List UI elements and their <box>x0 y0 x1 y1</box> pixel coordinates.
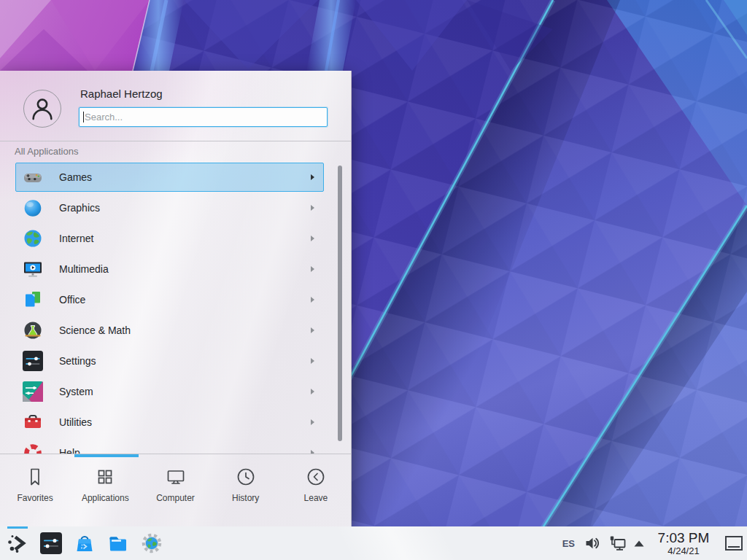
globe-icon <box>23 228 43 249</box>
user-icon <box>26 93 58 125</box>
tab-label: Favorites <box>17 493 53 503</box>
kickoff-icon <box>7 532 28 554</box>
volume-icon <box>584 535 600 551</box>
leave-circle-icon <box>305 466 327 488</box>
clock-icon <box>235 466 257 488</box>
tab-label: Applications <box>82 493 129 503</box>
blue-sphere-icon <box>23 198 43 218</box>
category-settings[interactable]: Settings <box>15 346 324 376</box>
desktop: Raphael Hertzog All Applications Games <box>0 0 747 560</box>
tab-label: History <box>232 493 259 503</box>
user-avatar[interactable] <box>23 90 61 128</box>
menu-tab-bar: Favorites Applications Computer <box>0 458 351 526</box>
category-label: Science & Math <box>59 324 311 336</box>
grid-icon <box>94 466 116 488</box>
volume-button[interactable] <box>584 535 600 551</box>
user-name: Raphael Hertzog <box>80 88 163 100</box>
category-science-math[interactable]: Science & Math <box>15 316 324 345</box>
toolbox-icon <box>23 412 43 432</box>
search-input[interactable] <box>80 108 327 126</box>
scrollbar[interactable] <box>338 166 342 441</box>
header-separator <box>0 141 351 141</box>
web-browser-button[interactable] <box>140 526 163 560</box>
computer-icon <box>165 466 187 488</box>
submenu-arrow-icon <box>311 389 314 394</box>
clock-time: 7:03 PM <box>658 531 710 545</box>
submenu-arrow-icon <box>311 205 314 211</box>
submenu-arrow-icon <box>311 419 314 425</box>
submenu-arrow-icon <box>311 174 314 180</box>
show-desktop-button[interactable] <box>725 536 743 551</box>
life-ring-icon <box>23 443 43 454</box>
network-icon <box>608 534 627 553</box>
category-graphics[interactable]: Graphics <box>15 193 324 222</box>
network-button[interactable] <box>608 534 627 553</box>
tab-favorites[interactable]: Favorites <box>0 458 70 526</box>
application-launcher-menu: Raphael Hertzog All Applications Games <box>0 71 352 526</box>
tab-computer[interactable]: Computer <box>140 458 210 526</box>
submenu-arrow-icon <box>311 236 314 241</box>
application-category-list: Games Graphics <box>15 163 324 454</box>
tab-history[interactable]: History <box>211 458 281 526</box>
tab-applications[interactable]: Applications <box>70 458 140 526</box>
category-games[interactable]: Games <box>15 163 324 192</box>
section-label: All Applications <box>15 146 78 157</box>
category-internet[interactable]: Internet <box>15 224 324 253</box>
category-system[interactable]: System <box>15 377 324 406</box>
category-multimedia[interactable]: Multimedia <box>15 254 324 284</box>
category-label: Help <box>59 447 311 454</box>
system-settings-button[interactable] <box>39 526 63 560</box>
category-label: System <box>59 386 311 397</box>
expand-tray-caret-icon <box>633 540 645 548</box>
search-box[interactable] <box>79 107 328 127</box>
taskbar: ES 7:03 <box>0 526 747 560</box>
category-label: Games <box>59 171 311 183</box>
folder-icon <box>107 532 129 554</box>
expand-tray-button[interactable] <box>633 540 645 548</box>
discover-bag-icon <box>74 532 96 554</box>
category-label: Graphics <box>59 202 311 214</box>
gamepad-icon <box>23 167 43 187</box>
sliders-color-icon <box>23 381 43 402</box>
bookmark-icon <box>24 466 46 488</box>
category-office[interactable]: Office <box>15 285 324 314</box>
file-manager-button[interactable] <box>107 526 130 560</box>
tab-label: Leave <box>304 493 328 503</box>
submenu-arrow-icon <box>311 297 314 303</box>
active-task-indicator <box>7 526 28 529</box>
documents-icon <box>23 289 43 310</box>
submenu-arrow-icon <box>311 327 314 333</box>
system-tray: ES 7:03 <box>562 531 743 556</box>
sliders-dark-icon <box>23 351 43 371</box>
submenu-arrow-icon <box>311 358 314 364</box>
globe-gear-icon <box>141 532 163 554</box>
category-help[interactable]: Help <box>15 438 324 454</box>
footer-separator <box>0 454 351 454</box>
category-label: Multimedia <box>59 263 311 275</box>
category-utilities[interactable]: Utilities <box>15 408 324 437</box>
category-label: Utilities <box>59 416 311 428</box>
system-settings-icon <box>40 532 62 554</box>
tab-leave[interactable]: Leave <box>281 458 351 526</box>
digital-clock[interactable]: 7:03 PM 4/24/21 <box>654 531 713 556</box>
keyboard-layout-indicator[interactable]: ES <box>562 538 575 549</box>
submenu-arrow-icon <box>311 266 314 272</box>
monitor-play-icon <box>23 259 43 279</box>
text-cursor <box>83 112 84 122</box>
category-label: Internet <box>59 233 311 244</box>
flask-icon <box>23 320 43 341</box>
application-launcher-button[interactable] <box>6 526 29 560</box>
discover-button[interactable] <box>73 526 96 560</box>
tab-label: Computer <box>156 493 195 503</box>
active-tab-indicator <box>74 454 139 457</box>
clock-date: 4/24/21 <box>667 545 699 556</box>
category-label: Settings <box>59 355 311 367</box>
category-label: Office <box>59 294 311 306</box>
